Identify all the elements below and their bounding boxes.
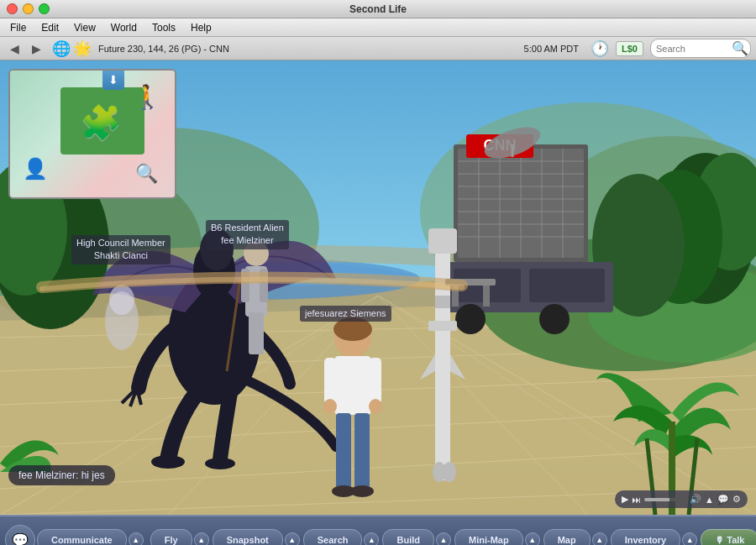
- minimap-avatar-icon: 👤: [23, 157, 48, 181]
- character-label-shakti: High Council MemberShakti Cianci: [71, 235, 171, 265]
- talk-button[interactable]: 🎙 Talk: [701, 529, 756, 545]
- window-title: Second Life: [349, 3, 407, 15]
- menu-file[interactable]: File: [3, 20, 33, 35]
- sl-logo-icon2: 🌟: [73, 39, 92, 58]
- mini-map: 🧩 🚶 🔍 👤 ⬇: [8, 69, 176, 199]
- close-button[interactable]: [7, 3, 18, 14]
- nav-back-button[interactable]: ◀: [5, 39, 24, 58]
- menu-edit[interactable]: Edit: [34, 20, 66, 35]
- svg-rect-82: [334, 356, 371, 415]
- media-settings-icon[interactable]: ⚙: [732, 494, 741, 505]
- menu-world[interactable]: World: [104, 20, 144, 35]
- map-button[interactable]: Map: [543, 529, 591, 545]
- fly-arrow[interactable]: ▲: [194, 532, 209, 545]
- svg-rect-84: [370, 358, 381, 404]
- menu-bar: File Edit View World Tools Help: [0, 18, 756, 37]
- inventory-arrow[interactable]: ▲: [682, 532, 697, 545]
- toolbar: 💬 Communicate ▲ Fly ▲ Snapshot ▲ Search …: [0, 515, 756, 545]
- maximize-button[interactable]: [39, 3, 50, 14]
- location-text: Future 230, 144, 26 (PG) - CNN: [98, 44, 517, 54]
- build-arrow[interactable]: ▲: [436, 532, 451, 545]
- svg-rect-62: [483, 286, 490, 307]
- volume-slider[interactable]: [644, 498, 686, 501]
- chat-message: fee Mielziner: hi jes: [8, 465, 115, 485]
- minimap-walk-icon: 🚶: [133, 83, 162, 111]
- svg-point-79: [109, 285, 134, 315]
- svg-point-90: [350, 485, 374, 497]
- svg-rect-54: [435, 296, 450, 308]
- talk-group: 🎙 Talk ▲: [701, 529, 756, 545]
- media-controls: ▶ ⏭ 🔊 ▲ 💬 ⚙: [615, 490, 748, 508]
- snapshot-group: Snapshot ▲: [213, 529, 300, 545]
- svg-rect-83: [324, 358, 336, 404]
- svg-point-69: [151, 455, 185, 469]
- menu-tools[interactable]: Tools: [145, 20, 182, 35]
- volume-icon[interactable]: 🔊: [690, 494, 701, 505]
- media-play-button[interactable]: ▶: [622, 494, 628, 505]
- sl-logo-icon: 🌐: [52, 39, 71, 58]
- minimap-download-button[interactable]: ⬇: [102, 70, 124, 90]
- money-display: L$0: [616, 41, 643, 56]
- clock-icon: 🕐: [591, 39, 609, 58]
- map-arrow[interactable]: ▲: [592, 532, 607, 545]
- viewport: CNN: [0, 60, 756, 515]
- svg-point-59: [443, 462, 456, 482]
- svg-point-86: [369, 399, 382, 414]
- svg-point-70: [205, 458, 235, 469]
- media-next-button[interactable]: ⏭: [632, 495, 641, 505]
- minimap-group: Mini-Map ▲: [454, 529, 540, 545]
- window-controls: [7, 3, 50, 14]
- nav-forward-button[interactable]: ▶: [27, 39, 45, 58]
- minimap-arrow[interactable]: ▲: [525, 532, 540, 545]
- search-icon[interactable]: 🔍: [732, 40, 748, 56]
- communicate-icon-button[interactable]: 💬: [5, 525, 35, 545]
- search-bar-top[interactable]: 🔍: [650, 39, 751, 58]
- svg-rect-76: [254, 312, 264, 354]
- title-bar: Second Life: [0, 0, 756, 18]
- communicate-arrow[interactable]: ▲: [129, 532, 144, 545]
- fly-button[interactable]: Fly: [150, 529, 192, 545]
- nav-icons: ◀ ▶ 🌐 🌟: [5, 39, 92, 58]
- map-group: Map ▲: [543, 529, 607, 545]
- build-group: Build ▲: [382, 529, 451, 545]
- minimap-magnify-icon[interactable]: 🔍: [135, 163, 158, 185]
- snapshot-arrow[interactable]: ▲: [285, 532, 300, 545]
- svg-point-49: [539, 304, 570, 334]
- chat-bubble-icon[interactable]: 💬: [717, 494, 729, 505]
- communicate-button[interactable]: Communicate: [37, 529, 127, 545]
- svg-rect-87: [336, 413, 351, 489]
- minimap-puzzle-icon: 🧩: [65, 96, 136, 150]
- svg-point-85: [323, 399, 337, 414]
- character-label-mielziner: B6 Resident Alienfee Mielziner: [206, 220, 289, 249]
- minimize-button[interactable]: [23, 3, 34, 14]
- inventory-group: Inventory ▲: [611, 529, 698, 545]
- svg-rect-55: [428, 321, 457, 331]
- search-button[interactable]: Search: [303, 529, 363, 545]
- menu-help[interactable]: Help: [184, 20, 218, 35]
- svg-rect-53: [428, 228, 457, 254]
- menu-view[interactable]: View: [67, 20, 102, 35]
- snapshot-button[interactable]: Snapshot: [213, 529, 283, 545]
- inventory-button[interactable]: Inventory: [611, 529, 681, 545]
- fly-group: Fly ▲: [150, 529, 209, 545]
- search-arrow[interactable]: ▲: [364, 532, 379, 545]
- build-button[interactable]: Build: [382, 529, 434, 545]
- minimap-button[interactable]: Mini-Map: [454, 529, 523, 545]
- search-group: Search ▲: [303, 529, 380, 545]
- character-label-jefesuarez: jefesuarez Siemens: [300, 306, 391, 322]
- location-bar: ◀ ▶ 🌐 🌟 Future 230, 144, 26 (PG) - CNN 5…: [0, 37, 756, 60]
- svg-point-48: [455, 304, 486, 334]
- svg-rect-88: [354, 413, 370, 489]
- media-expand-icon[interactable]: ▲: [705, 495, 714, 505]
- communicate-group: 💬 Communicate ▲: [5, 525, 144, 545]
- svg-rect-47: [529, 269, 605, 302]
- search-input-top[interactable]: [656, 44, 732, 54]
- time-display: 5:00 AM PDT: [524, 44, 579, 54]
